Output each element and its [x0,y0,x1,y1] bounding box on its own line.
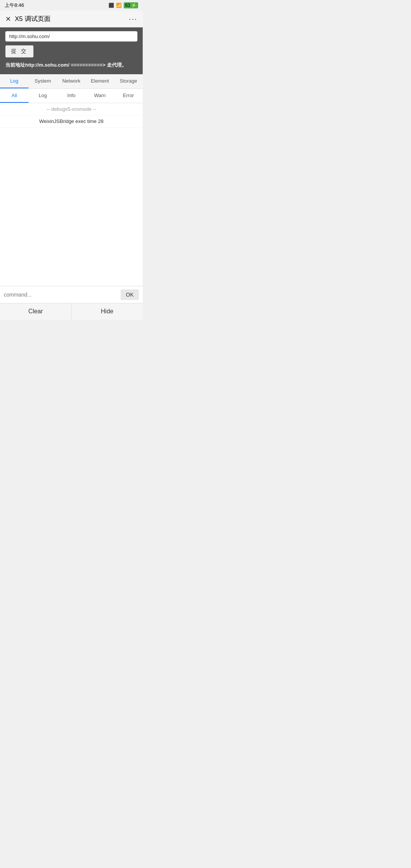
console-line-1: WeixinJSBridge exec time 28 [0,115,143,128]
main-tab-bar: Log System Network Element Storage [0,74,143,89]
main-tab-system[interactable]: System [29,74,57,88]
sub-tab-warn[interactable]: Warn [86,89,114,103]
clear-button[interactable]: Clear [0,303,72,320]
status-bar: 上午8:46 ⬛ 📶 63 ⚡ [0,0,143,11]
close-button[interactable]: ✕ [5,16,11,22]
title-bar-left: ✕ X5 调试页面 [5,14,51,23]
console-line-0: -- debugx5-vconsole -- [0,103,143,115]
proxy-status-text: 当前地址http://m.sohu.com/ ===========> 走代理。 [5,61,137,69]
command-bar: OK [0,286,143,303]
sub-tab-error[interactable]: Error [114,89,143,103]
ok-button[interactable]: OK [121,289,139,300]
sub-tab-bar: All Log Info Warn Error [0,89,143,103]
sub-tab-all[interactable]: All [0,89,29,103]
battery-indicator: 63 ⚡ [124,2,138,8]
title-bar: ✕ X5 调试页面 ··· [0,11,143,27]
hide-button[interactable]: Hide [72,303,143,320]
bottom-bar: Clear Hide [0,303,143,320]
more-button[interactable]: ··· [129,14,137,23]
screen-record-icon: ⬛ [108,3,114,8]
status-time: 上午8:46 [5,2,24,9]
sub-tab-info[interactable]: Info [57,89,86,103]
preview-area: http://m.sohu.com/ 提 交 当前地址http://m.sohu… [0,27,143,74]
wifi-icon: 📶 [116,3,122,8]
status-icons: ⬛ 📶 63 ⚡ [108,2,138,8]
url-display: http://m.sohu.com/ [5,31,137,41]
main-tab-network[interactable]: Network [57,74,86,88]
submit-button[interactable]: 提 交 [5,45,33,57]
page-title: X5 调试页面 [15,14,51,23]
console-output: -- debugx5-vconsole -- WeixinJSBridge ex… [0,103,143,286]
main-tab-log[interactable]: Log [0,74,29,88]
command-input[interactable] [4,292,118,298]
main-tab-storage[interactable]: Storage [114,74,143,88]
sub-tab-log[interactable]: Log [29,89,57,103]
main-tab-element[interactable]: Element [86,74,114,88]
